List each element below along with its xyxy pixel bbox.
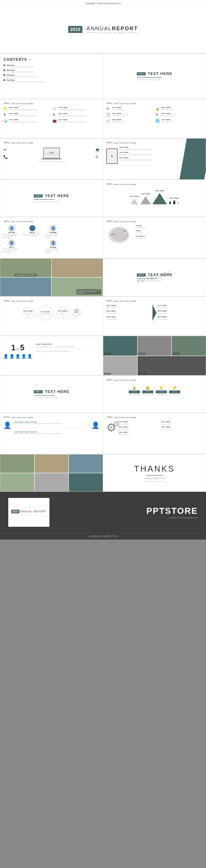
photo-grid-slide: Text here Text here text here Text here … — [103, 336, 206, 375]
stat-photogrid-row: 1 in 5 👤 👤 👤 👤 👤 CLICK TO ADD TEXT You c… — [0, 336, 206, 375]
p1-icon-3: ⚙ — [53, 113, 57, 117]
teal-block-2 — [3, 69, 5, 71]
gears-header: PART·1 ADD YOUR TEXT HERE — [106, 416, 203, 419]
prat3-title: TEXT HERE — [148, 273, 172, 277]
contents-slide-left: CONTENTS 目录 Text here You can input your… — [0, 54, 103, 99]
step-3: 🔑 STEP 04 You can edit the title — [169, 386, 180, 395]
laptop-part-label: PART·1 — [3, 142, 10, 144]
person-outline-4: 👤 — [27, 354, 32, 359]
p1-icon-grid: 📁 TEXT HERE You can input your title her… — [3, 107, 100, 123]
prat2-slide: PRAT·2 TEXT HERE They can edit your cont… — [0, 180, 103, 217]
p1-icon-1: 🛒 — [53, 107, 57, 111]
person-outline-1: 👤 — [9, 354, 14, 359]
prat3-sub: They can edit your content freely as you… — [137, 280, 172, 282]
p1-text-0: TEXT HERE You can input your title here … — [9, 107, 37, 111]
thanks-sub: 谢谢您的观看与支持 — [144, 477, 165, 480]
part1-icons-row: PART·1 ADD YOUR TEXT HERE 📁 TEXT HERE Yo… — [0, 99, 206, 138]
p1-text-5: TEXT HERE You can input your title here … — [58, 119, 87, 123]
cir-inner-0: TEXT HERE You can write your... — [23, 310, 34, 316]
prat2-sub: They can edit your content freely as you… — [34, 201, 69, 203]
p1-item-2: ⬇ TEXT HERE You can input your title her… — [3, 113, 51, 117]
contents-item-1-row: Text here — [3, 64, 99, 66]
triangle-small — [130, 198, 138, 204]
pc-part-label: PART·1 — [3, 416, 10, 418]
tri-item-0: TEXT HERE — [129, 195, 139, 204]
prat1-header: PRAT·1 TEXT HERE — [137, 72, 172, 76]
prat3-header: PRAT·3 TEXT HERE — [137, 273, 172, 277]
thanks-line — [146, 475, 163, 475]
annual-text: ANNUAL — [87, 25, 112, 32]
pgrid-2: text here — [172, 336, 206, 355]
footer-year: 2015 — [11, 510, 19, 514]
p1r-item-3: ⚙ TEXT HERE You can input your title — [155, 113, 203, 117]
p1-icon-5: 💼 — [53, 119, 57, 123]
svg-point-2 — [124, 230, 125, 231]
steps-slide: PART·1 ADD YOUR TEXT HERE 🔒 STEP 01 You … — [103, 376, 206, 413]
ci2-title: Text here — [7, 69, 14, 71]
arr-right: TEXT HERE You can write here TEXT HERE Y… — [157, 305, 203, 320]
circles-arrows-row: PART·1 ADD YOUR TEXT HERE TEXT HERE You … — [0, 296, 206, 336]
arr-arrow — [152, 305, 156, 321]
collage-grid — [0, 455, 103, 492]
org-map-row: PART·1 ADD YOUR TEXT HERE 👤 Mr. Fang You… — [0, 217, 206, 258]
step-label-1: STEP 02 — [142, 391, 153, 393]
photo-3 — [0, 278, 51, 296]
person-outline-3: 👤 — [21, 354, 26, 359]
step-1: 🔐 STEP 02 You can edit the title — [142, 386, 153, 395]
org-wang: 👤 Mr. Wang You can edit the title as con… — [45, 225, 61, 238]
teal-block-1 — [3, 64, 5, 66]
person-gears-row: PART·1 ADD YOUR TEXT HERE 👤 CLICK HERE T… — [0, 413, 206, 454]
device-item-3: TEXT HERE You can edit the title as cont… — [119, 162, 203, 166]
p1-text-2: TEXT HERE You can input your title here … — [9, 113, 37, 117]
arr-item-5: TEXT HERE You can write here — [157, 316, 203, 320]
map-add-text: ADD YOUR TEXT HERE — [114, 221, 136, 223]
laptop-icon: 💻 — [95, 148, 100, 152]
prat1-label: PRAT·1 — [137, 72, 146, 75]
arrows-content: TEXT HERE You can write here TEXT HERE Y… — [106, 305, 203, 321]
contents-item-1: Text here You can input your title here … — [3, 64, 99, 67]
gears-add-text: ADD YOUR TEXT HERE — [114, 416, 136, 418]
stat-click-text: CLICK TO ADD TEXT — [36, 343, 100, 345]
cir-divider-1 — [36, 308, 36, 318]
person-left: 👤 — [3, 421, 11, 429]
arr-header: PART·1 ADD YOUR TEXT HERE — [106, 300, 203, 303]
arr-left: TEXT HERE You can write here TEXT HERE Y… — [106, 305, 152, 320]
p1r-header: PART·1 ADD YOUR TEXT HERE — [106, 102, 203, 105]
key-icon: 🔑 — [169, 386, 180, 390]
arr-part-label: PART·1 — [106, 300, 113, 302]
arr-add-text: ADD YOUR TEXT HERE — [114, 300, 136, 302]
p1-icon-0: 📁 — [3, 107, 7, 111]
cir-part-label: PART·1 — [3, 300, 10, 302]
p1r-icon-3: ⚙ — [155, 113, 160, 117]
contents-row: CONTENTS 目录 Text here You can input your… — [0, 53, 206, 99]
thanks-slide: THANKS 谢谢您的观看与支持 THANKS FOR WATCHING — [103, 454, 206, 492]
thanks-sub2: THANKS FOR WATCHING — [144, 480, 165, 482]
map-stat: 53,023 — [110, 234, 115, 236]
p1-item-0: 📁 TEXT HERE You can input your title her… — [3, 107, 51, 111]
gear-item-0: TEXT HERE You can write here... — [118, 421, 160, 425]
cir-item-1: TEXT HERE You can write your... — [38, 306, 53, 320]
region-0: Asingas You can write your... — [136, 225, 147, 228]
thanks-text: THANKS — [134, 464, 175, 473]
svg-point-3 — [127, 236, 128, 237]
prat4-label: PRAT·4 — [34, 390, 43, 393]
speaker-name: The Name Of The Speaker — [99, 32, 126, 34]
footer-copyright: Copyright © http://www.pptstore.net — [169, 517, 198, 519]
pc-sub1: You can write your content here or to us… — [14, 423, 89, 425]
gears-items: TEXT HERE You can write here... TEXT HER… — [118, 421, 203, 435]
title-main-row: 2015 ANNUAL REPORT The Name Of The Speak… — [68, 25, 138, 34]
device-part-label: PART·1 — [106, 142, 113, 144]
steps-add-text: ADD YOUR TEXT HERE — [114, 379, 136, 381]
tri-text-0: TEXT HERE — [129, 195, 139, 198]
device-icons: 📱 📱 🖥 — [169, 200, 179, 204]
top-copyright: Copyright © http://www.pptstore.net — [0, 0, 206, 6]
triangle-large — [152, 193, 167, 204]
prat1-title: TEXT HERE — [148, 72, 172, 76]
part1-left: PART·1 ADD YOUR TEXT HERE 📁 TEXT HERE Yo… — [0, 99, 103, 138]
region-2: Guangdong You can write... — [136, 235, 147, 239]
prat4-underline — [34, 395, 54, 396]
settings-icon: ⚙ — [95, 155, 100, 159]
org-left: 👤 Mr. Fang You can write your content he… — [3, 225, 20, 253]
tri-item-2: TEXT HERE — [152, 190, 167, 204]
col-img-1 — [35, 455, 68, 473]
